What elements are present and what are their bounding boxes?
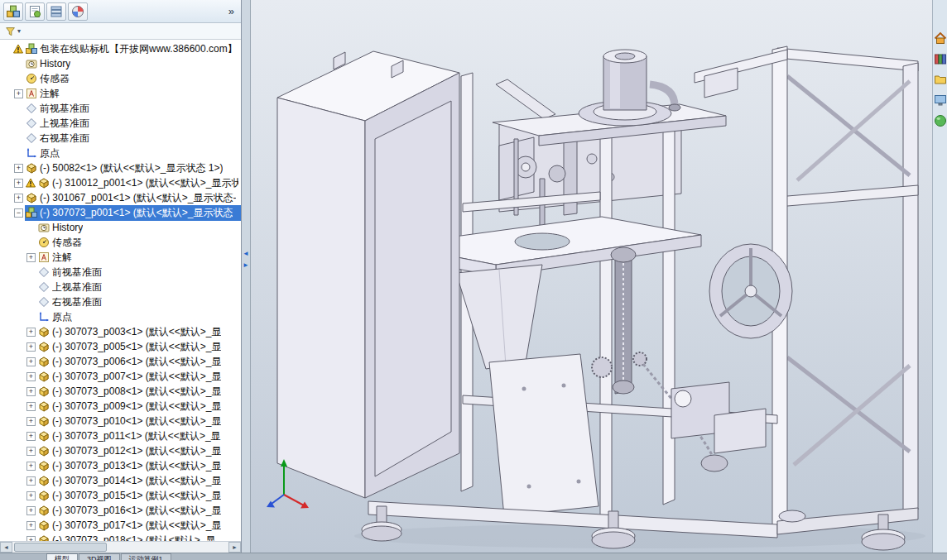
tree-item[interactable]: +(-) 307073_p014<1> (默认<<默认>_显 bbox=[0, 473, 241, 488]
file-explorer-tab-button[interactable] bbox=[934, 73, 947, 86]
tree-item-label: (-) 307073_p008<1> (默认<<默认>_显 bbox=[52, 385, 221, 399]
solidworks-window: » ▾ 包装在线贴标机【开拔网www.386600.com】History传感器… bbox=[0, 0, 947, 560]
view-palette-icon bbox=[934, 93, 947, 107]
scrollbar-thumb[interactable] bbox=[14, 543, 107, 552]
expander-plus-icon[interactable]: + bbox=[14, 89, 23, 98]
tree-item-label: 前视基准面 bbox=[40, 102, 89, 116]
part-icon bbox=[38, 177, 50, 189]
tree-item[interactable]: +(-) 307073_p007<1> (默认<<默认>_显 bbox=[0, 369, 241, 384]
expander-minus-icon[interactable]: − bbox=[14, 208, 23, 218]
tree-item[interactable]: 传感器 bbox=[0, 71, 241, 86]
expander-plus-icon[interactable]: + bbox=[26, 342, 36, 352]
subassembly-icon bbox=[26, 207, 37, 218]
plane-icon bbox=[26, 117, 37, 129]
displaymanager-tab-button[interactable] bbox=[68, 2, 88, 21]
expander-plus-icon[interactable]: + bbox=[14, 179, 23, 188]
doc-tab-2[interactable]: 3D视图 bbox=[79, 553, 120, 560]
expander-plus-icon[interactable]: + bbox=[26, 328, 36, 337]
tree-item[interactable]: +(-) 307073_p009<1> (默认<<默认>_显 bbox=[0, 399, 241, 414]
expander-plus-icon[interactable]: + bbox=[26, 432, 36, 441]
expander-plus-icon[interactable]: + bbox=[26, 447, 36, 456]
tree-item[interactable]: +(-) 307073_p016<1> (默认<<默认>_显 bbox=[0, 503, 241, 518]
expander-spacer bbox=[14, 134, 23, 143]
viewport[interactable] bbox=[251, 0, 932, 553]
tree-item[interactable]: 原点 bbox=[0, 146, 241, 160]
expander-plus-icon[interactable]: + bbox=[14, 164, 23, 173]
tree-item[interactable]: History bbox=[0, 220, 241, 235]
tree-item-label: (-) 307073_p013<1> (默认<<默认>_显 bbox=[52, 459, 221, 473]
tree-item[interactable]: −(-) 307073_p001<1> (默认<默认>_显示状态 bbox=[0, 205, 241, 220]
expander-plus-icon[interactable]: + bbox=[26, 372, 36, 381]
tree-item[interactable]: +(-) 50082<1> (默认<<默认>_显示状态 1>) bbox=[0, 160, 241, 175]
expander-plus-icon[interactable]: + bbox=[26, 357, 36, 366]
tree-item[interactable]: 前视基准面 bbox=[0, 265, 241, 280]
tree-item[interactable]: +注解 bbox=[0, 250, 241, 265]
tree-item[interactable]: +(-) 310012_p001<1> (默认<<默认>_显示状 bbox=[0, 175, 241, 190]
tree-item[interactable]: +(-) 307073_p015<1> (默认<<默认>_显 bbox=[0, 488, 241, 503]
tree-item[interactable]: +(-) 301067_p001<1> (默认<默认>_显示状态- bbox=[0, 190, 241, 205]
doc-tab-1[interactable]: 模型 bbox=[46, 553, 78, 560]
expander-plus-icon[interactable]: + bbox=[26, 253, 36, 262]
tree-item[interactable]: 右视基准面 bbox=[0, 131, 241, 146]
tree-item[interactable]: 包装在线贴标机【开拔网www.386600.com】 bbox=[0, 41, 241, 56]
expander-plus-icon[interactable]: + bbox=[26, 417, 36, 426]
design-library-tab-button[interactable] bbox=[934, 52, 947, 65]
tree-item[interactable]: 上视基准面 bbox=[0, 280, 241, 294]
tree-item[interactable]: 前视基准面 bbox=[0, 101, 241, 116]
tree-item-label: (-) 307073_p017<1> (默认<<默认>_显 bbox=[52, 519, 221, 533]
filter-button[interactable]: ▾ bbox=[2, 25, 23, 38]
warning-icon bbox=[26, 178, 36, 188]
toolbar-overflow-chevron[interactable]: » bbox=[225, 5, 238, 17]
home-tab-button[interactable] bbox=[934, 31, 947, 45]
expander-spacer bbox=[26, 283, 36, 292]
panel-splitter[interactable]: ◄► bbox=[242, 0, 251, 553]
tree-item[interactable]: 原点 bbox=[0, 309, 241, 324]
expander-plus-icon[interactable]: + bbox=[26, 387, 36, 396]
appearances-tab-button[interactable] bbox=[934, 114, 947, 127]
tree-item[interactable]: +(-) 307073_p017<1> (默认<<默认>_显 bbox=[0, 518, 241, 533]
propertymanager-icon bbox=[28, 5, 41, 18]
splitter-collapse-button[interactable]: ◄ bbox=[242, 248, 250, 260]
tree-item-label: (-) 307073_p016<1> (默认<<默认>_显 bbox=[52, 504, 221, 518]
tree-item[interactable]: +(-) 307073_p011<1> (默认<<默认>_显 bbox=[0, 428, 241, 443]
tree-item[interactable]: +(-) 307073_p010<1> (默认<<默认>_显 bbox=[0, 414, 241, 428]
expander-plus-icon[interactable]: + bbox=[26, 462, 36, 471]
tree-item[interactable]: History bbox=[0, 56, 241, 71]
part-icon bbox=[38, 430, 50, 442]
tree-item[interactable]: +(-) 307073_p013<1> (默认<<默认>_显 bbox=[0, 458, 241, 473]
machine-model[interactable] bbox=[251, 0, 932, 553]
tree-item-label: 右视基准面 bbox=[40, 132, 89, 146]
configurationmanager-icon bbox=[50, 5, 63, 18]
expander-plus-icon[interactable]: + bbox=[26, 521, 36, 530]
splitter-expand-button[interactable]: ► bbox=[242, 260, 250, 271]
expander-plus-icon[interactable]: + bbox=[26, 476, 36, 486]
expander-plus-icon[interactable]: + bbox=[26, 491, 36, 500]
tree-item[interactable]: +(-) 307073_p005<1> (默认<<默认>_显 bbox=[0, 339, 241, 354]
tree-item[interactable]: 上视基准面 bbox=[0, 116, 241, 131]
sensor-icon bbox=[38, 237, 50, 248]
plane-icon bbox=[26, 132, 37, 144]
doc-tab-3[interactable]: 运动算例1 bbox=[121, 553, 171, 560]
tree-item[interactable]: +(-) 307073_p012<1> (默认<<默认>_显 bbox=[0, 443, 241, 458]
view-palette-tab-button[interactable] bbox=[934, 93, 947, 107]
feature-tree: 包装在线贴标机【开拔网www.386600.com】History传感器+注解前… bbox=[0, 40, 241, 541]
configurationmanager-tab-button[interactable] bbox=[46, 2, 66, 21]
scroll-right-button[interactable]: ► bbox=[228, 542, 241, 553]
scroll-left-button[interactable]: ◄ bbox=[0, 542, 12, 553]
featuremanager-tab-button[interactable] bbox=[3, 2, 23, 21]
plane-icon bbox=[38, 296, 50, 308]
tree-item[interactable]: +(-) 307073_p003<1> (默认<<默认>_显 bbox=[0, 324, 241, 339]
tree-item[interactable]: +(-) 307073_p008<1> (默认<<默认>_显 bbox=[0, 384, 241, 399]
panel-tabs-toolbar: » bbox=[0, 0, 241, 23]
tree-item[interactable]: +注解 bbox=[0, 86, 241, 101]
part-icon bbox=[26, 162, 37, 174]
expander-spacer bbox=[26, 223, 36, 232]
propertymanager-tab-button[interactable] bbox=[25, 2, 45, 21]
tree-item[interactable]: +(-) 307073_p006<1> (默认<<默认>_显 bbox=[0, 354, 241, 369]
tree-item[interactable]: 传感器 bbox=[0, 235, 241, 250]
tree-item[interactable]: +(-) 307073_p018<1> (默认<默认>_显 bbox=[0, 533, 241, 541]
expander-plus-icon[interactable]: + bbox=[26, 402, 36, 411]
expander-plus-icon[interactable]: + bbox=[26, 506, 36, 515]
tree-item[interactable]: 右视基准面 bbox=[0, 294, 241, 309]
expander-plus-icon[interactable]: + bbox=[14, 194, 23, 203]
